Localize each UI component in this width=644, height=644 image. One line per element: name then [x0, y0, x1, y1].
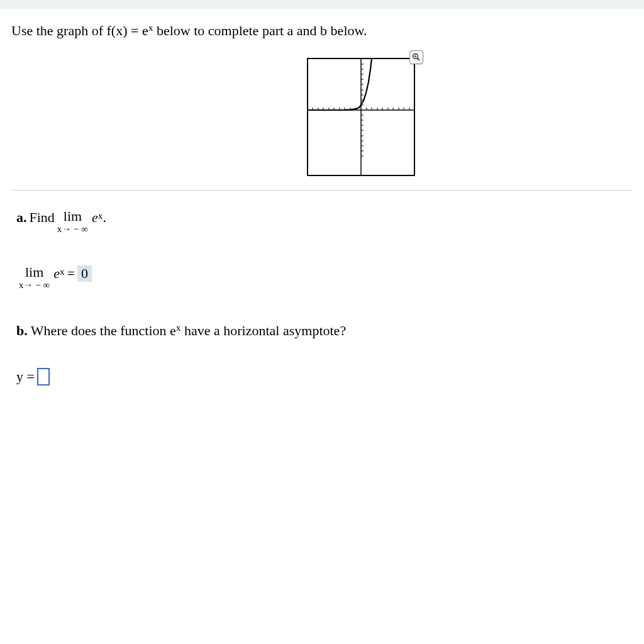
top-bar — [0, 0, 644, 9]
func-e-ans: e — [53, 265, 60, 282]
y-equals-row: y = — [16, 368, 633, 386]
limit-block: lim x→ − ∞ — [57, 209, 88, 234]
zoom-icon[interactable] — [409, 50, 423, 64]
instruction-text: Use the graph of f(x) = ex below to comp… — [11, 21, 633, 39]
instruction-suffix: below to complete part a and b below. — [153, 23, 367, 38]
equals: = — [67, 265, 75, 282]
limit-block-ans: lim x→ − ∞ — [19, 265, 50, 290]
part-a-answer: lim x→ − ∞ ex = 0 — [16, 265, 633, 290]
part-b: b. Where does the function ex have a hor… — [16, 321, 633, 339]
graph-area — [11, 58, 633, 184]
lim-text: lim — [64, 209, 82, 223]
part-b-suffix: have a horizontal asymptote? — [180, 323, 346, 339]
y-input[interactable] — [37, 368, 50, 386]
answer-value[interactable]: 0 — [77, 265, 92, 282]
instruction-exp: x — [148, 22, 153, 33]
func-exp-ans: x — [60, 266, 65, 277]
func-e: e — [92, 209, 98, 226]
divider — [11, 190, 633, 191]
instruction-prefix: Use the graph of f(x) = e — [11, 23, 148, 38]
part-b-exp: x — [176, 322, 181, 333]
svg-line-40 — [418, 58, 420, 61]
part-a: a. Find lim x→ − ∞ ex. lim x→ − ∞ ex = 0 — [16, 209, 633, 290]
lim-approach-ans: x→ − ∞ — [19, 280, 50, 290]
lim-text-ans: lim — [25, 265, 43, 279]
y-label: y = — [16, 369, 35, 385]
content-area: Use the graph of f(x) = ex below to comp… — [0, 9, 644, 398]
part-b-label: b. — [16, 323, 28, 339]
exp-graph — [307, 58, 415, 176]
part-a-label: a. — [16, 209, 27, 226]
period: . — [103, 209, 106, 226]
graph-box — [307, 58, 415, 179]
part-a-find: Find — [30, 209, 55, 226]
part-a-question: a. Find lim x→ − ∞ ex. — [16, 209, 633, 234]
part-b-prefix: Where does the function e — [31, 323, 176, 339]
func-exp: x — [98, 210, 103, 221]
lim-approach: x→ − ∞ — [57, 225, 88, 234]
